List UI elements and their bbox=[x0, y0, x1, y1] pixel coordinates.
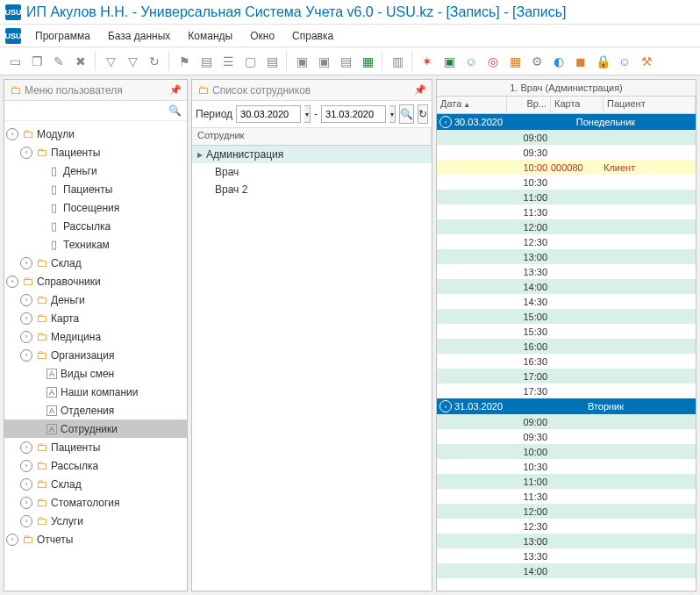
tree-dir-patients[interactable]: › 🗀 Пациенты bbox=[4, 438, 187, 456]
collapse-icon[interactable]: ‹ bbox=[6, 128, 18, 140]
time-slot-row[interactable]: 11:30 bbox=[437, 489, 696, 504]
pin-icon[interactable]: 📌 bbox=[414, 84, 426, 96]
menu-database[interactable]: База данных bbox=[101, 27, 177, 45]
toolbar-lock-icon[interactable]: 🔒 bbox=[593, 52, 612, 71]
time-slot-row[interactable]: 13:30 bbox=[437, 264, 696, 279]
toolbar-multi-icon[interactable]: ☰ bbox=[218, 52, 238, 71]
col-card[interactable]: Карта bbox=[551, 97, 604, 113]
expand-icon[interactable]: › bbox=[20, 441, 32, 454]
dropdown-icon[interactable]: ▾ bbox=[389, 105, 396, 123]
tree-directories[interactable]: ‹ 🗀 Справочники bbox=[4, 272, 187, 290]
tree-reports[interactable]: › 🗀 Отчеты bbox=[4, 530, 187, 548]
tree-patients[interactable]: ‹ 🗀 Пациенты bbox=[4, 143, 187, 161]
search-icon[interactable]: 🔍 bbox=[168, 104, 182, 117]
time-slot-row[interactable]: 17:00 bbox=[437, 369, 696, 384]
col-patient[interactable]: Пациент bbox=[604, 97, 696, 113]
toolbar-box-icon[interactable]: ▢ bbox=[240, 52, 260, 71]
tree-warehouse[interactable]: › 🗀 Склад bbox=[4, 254, 187, 272]
toolbar-note-icon[interactable]: ▤ bbox=[262, 52, 282, 71]
tree-dir-money[interactable]: › 🗀 Деньги bbox=[4, 290, 187, 309]
tree-money[interactable]: ▯ Деньги bbox=[4, 161, 187, 180]
time-slot-row[interactable]: 16:30 bbox=[437, 354, 696, 369]
menu-help[interactable]: Справка bbox=[285, 27, 340, 45]
toolbar-refresh-icon[interactable]: ↻ bbox=[145, 52, 164, 71]
time-slot-row[interactable]: 10:30 bbox=[437, 175, 696, 190]
time-slot-row[interactable]: 14:30 bbox=[437, 294, 696, 309]
expand-icon[interactable]: › bbox=[20, 515, 32, 527]
toolbar-rss-icon[interactable]: ◼ bbox=[571, 52, 590, 71]
time-slot-row[interactable]: 12:00 bbox=[437, 219, 696, 234]
employee-group-row[interactable]: ▸ Администрация bbox=[192, 146, 432, 163]
time-slot-row[interactable]: 09:00 bbox=[437, 130, 696, 145]
col-date[interactable]: Дата▲ bbox=[437, 97, 507, 113]
tree-dir-mailing[interactable]: › 🗀 Рассылка bbox=[4, 456, 187, 475]
collapse-icon[interactable]: ‹ bbox=[20, 147, 32, 159]
tree-modules[interactable]: ‹ 🗀 Модули bbox=[4, 125, 187, 143]
pin-icon[interactable]: 📌 bbox=[169, 84, 182, 96]
collapse-icon[interactable]: ‹ bbox=[439, 400, 452, 412]
time-slot-row[interactable]: 13:30 bbox=[437, 548, 696, 563]
time-slot-row[interactable]: 17:30 bbox=[437, 384, 696, 398]
toolbar-tool-icon[interactable]: ⚒ bbox=[637, 52, 656, 71]
time-slot-row[interactable]: 13:00 bbox=[437, 249, 696, 264]
time-slot-row[interactable]: 09:30 bbox=[437, 145, 696, 160]
time-slot-row[interactable]: 13:00 bbox=[437, 534, 696, 548]
tree-shift-types[interactable]: A Виды смен bbox=[4, 364, 187, 383]
toolbar-gear-icon[interactable]: ⚙ bbox=[527, 52, 546, 71]
tree-mailing[interactable]: ▯ Рассылка bbox=[4, 217, 187, 235]
menu-program[interactable]: Программа bbox=[28, 27, 97, 45]
toolbar-flag-icon[interactable]: ⚑ bbox=[175, 52, 194, 71]
time-slot-row[interactable]: 10:00 bbox=[437, 444, 696, 459]
period-to-input[interactable] bbox=[321, 105, 386, 123]
tree-visits[interactable]: ▯ Посещения bbox=[4, 198, 187, 217]
day-header[interactable]: ‹31.03.2020Вторник bbox=[437, 398, 696, 414]
time-slot-row[interactable]: 14:00 bbox=[437, 279, 696, 294]
time-slot-row[interactable]: 10:00000080Клиент bbox=[437, 160, 696, 175]
tree-companies[interactable]: A Наши компании bbox=[4, 383, 187, 401]
tree-dir-stoma[interactable]: › 🗀 Стоматология bbox=[4, 493, 187, 512]
toolbar-excel-icon[interactable]: ▦ bbox=[358, 52, 377, 71]
expand-icon[interactable]: › bbox=[6, 534, 18, 546]
tree-dir-services[interactable]: › 🗀 Услуги bbox=[4, 512, 187, 530]
toolbar-globe-icon[interactable]: ◐ bbox=[549, 52, 568, 71]
toolbar-col-icon[interactable]: ▥ bbox=[388, 52, 407, 71]
tree-employees[interactable]: A Сотрудники bbox=[4, 419, 187, 438]
time-slot-row[interactable]: 10:30 bbox=[437, 459, 696, 474]
toolbar-cal-icon[interactable]: ▦ bbox=[505, 52, 525, 71]
time-slot-row[interactable]: 11:00 bbox=[437, 474, 696, 489]
col-time[interactable]: Вр... bbox=[507, 97, 551, 113]
toolbar-filter2-icon[interactable]: ▽ bbox=[123, 52, 142, 71]
time-slot-row[interactable]: 15:30 bbox=[437, 324, 696, 339]
toolbar-delete-icon[interactable]: ✖ bbox=[71, 52, 90, 71]
tree-dir-warehouse[interactable]: › 🗀 Склад bbox=[4, 475, 187, 493]
toolbar-copy-icon[interactable]: ❐ bbox=[27, 52, 46, 71]
expand-icon[interactable]: › bbox=[20, 331, 32, 343]
toolbar-users-icon[interactable]: ☺ bbox=[461, 52, 481, 71]
tree-dir-med[interactable]: › 🗀 Медицина bbox=[4, 327, 187, 346]
tree-tech[interactable]: ▯ Техникам bbox=[4, 235, 187, 254]
refresh-button[interactable]: ↻ bbox=[418, 104, 428, 124]
collapse-icon[interactable]: ‹ bbox=[20, 349, 32, 362]
time-slot-row[interactable]: 16:00 bbox=[437, 339, 696, 354]
menu-window[interactable]: Окно bbox=[243, 27, 282, 45]
day-header[interactable]: ‹30.03.2020Понедельник bbox=[437, 114, 696, 130]
toolbar-edit-icon[interactable]: ✎ bbox=[49, 52, 68, 71]
dropdown-icon[interactable]: ▾ bbox=[304, 105, 311, 123]
expand-icon[interactable]: › bbox=[20, 257, 32, 269]
time-slot-row[interactable]: 09:00 bbox=[437, 414, 696, 429]
tree-dir-card[interactable]: › 🗀 Карта bbox=[4, 309, 187, 327]
col-employee[interactable]: Сотрудник bbox=[192, 128, 432, 145]
toolbar-page-icon[interactable]: ▤ bbox=[336, 52, 355, 71]
expand-icon[interactable]: › bbox=[20, 294, 32, 306]
time-slot-row[interactable]: 15:00 bbox=[437, 309, 696, 324]
expand-icon[interactable]: › bbox=[20, 312, 32, 325]
collapse-icon[interactable]: ‹ bbox=[6, 276, 18, 288]
toolbar-save-icon[interactable]: ▣ bbox=[314, 52, 333, 71]
tree-patients-item[interactable]: ▯ Пациенты bbox=[4, 180, 187, 198]
expand-icon[interactable]: › bbox=[20, 478, 32, 491]
toolbar-star-icon[interactable]: ✶ bbox=[418, 52, 437, 71]
toolbar-new-icon[interactable]: ▭ bbox=[5, 52, 25, 71]
tree-departments[interactable]: A Отделения bbox=[4, 401, 187, 419]
toolbar-open-icon[interactable]: ▣ bbox=[292, 52, 311, 71]
time-slot-row[interactable]: 12:00 bbox=[437, 504, 696, 519]
